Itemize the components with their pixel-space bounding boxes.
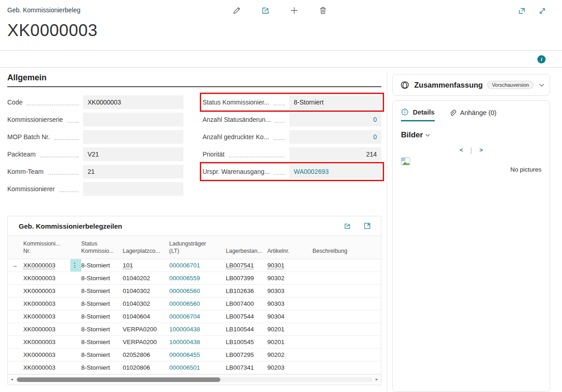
cell-lagerplatzcode[interactable]: 01040302	[123, 285, 169, 297]
cell-ladungstraeger-link[interactable]: 000006560	[169, 298, 226, 310]
cell-artikelnr[interactable]: 90303	[267, 285, 312, 297]
summary-card[interactable]: Zusammenfassung Vorschauversion	[392, 74, 550, 96]
table-row[interactable]: XK00000038-StorniertVERPA0200100000438LB…	[8, 323, 381, 336]
header-beschreibung[interactable]: Beschreibung	[312, 236, 381, 259]
cell-kommissionier-nr[interactable]: XK0000003	[23, 259, 70, 272]
scrollbar-track[interactable]	[16, 377, 373, 382]
lines-share-icon[interactable]	[343, 222, 351, 230]
horizontal-scrollbar[interactable]: ◄ ►	[8, 374, 381, 385]
cell-beschreibung[interactable]	[312, 361, 381, 374]
cell-status[interactable]: 8-Storniert	[81, 349, 123, 361]
lines-focus-mode-icon[interactable]	[363, 222, 371, 230]
cell-lagerbestand[interactable]: LB007541	[226, 259, 267, 272]
cell-beschreibung[interactable]	[312, 349, 381, 361]
cell-beschreibung[interactable]	[312, 272, 381, 284]
table-row[interactable]: XK00000038-StorniertVERPA0200100000438LB…	[8, 336, 381, 349]
anzahl-statusaenderungen-field[interactable]: 0	[289, 113, 381, 126]
cell-status[interactable]: 8-Storniert	[81, 336, 123, 348]
cell-kommissionier-nr[interactable]: XK0000003	[23, 361, 70, 374]
cell-artikelnr[interactable]: 90203	[267, 361, 312, 374]
expand-diagonal-icon[interactable]	[537, 6, 547, 16]
cell-beschreibung[interactable]	[312, 298, 381, 310]
cell-ladungstraeger-link[interactable]: 000006560	[169, 285, 226, 297]
cell-artikelnr[interactable]: 90302	[267, 272, 312, 284]
header-lagerplatzcode[interactable]: Lagerplatzco...	[123, 236, 169, 259]
chevron-down-icon[interactable]	[538, 82, 545, 89]
mop-batch-nr-field[interactable]	[83, 130, 183, 144]
cell-lagerbestand[interactable]: LB102636	[226, 285, 267, 297]
table-row[interactable]: XK00000038-Storniert02052806000006455LB0…	[8, 349, 381, 361]
cell-artikelnr[interactable]: 90301	[267, 259, 312, 272]
cell-lagerplatzcode[interactable]: 101	[123, 259, 169, 272]
table-row[interactable]: →XK0000003⋮8-Storniert101000006701LB0075…	[8, 259, 381, 272]
cell-beschreibung[interactable]	[312, 259, 381, 272]
kommissionierserie-field[interactable]	[83, 113, 183, 126]
cell-lagerbestand[interactable]: LB100544	[226, 323, 267, 335]
cell-status[interactable]: 8-Storniert	[81, 323, 123, 335]
tab-anhaenge[interactable]: Anhänge (0)	[448, 108, 497, 121]
cell-kommissionier-nr[interactable]: XK0000003	[23, 272, 70, 284]
header-artikelnr[interactable]: Artikelnr.	[267, 236, 312, 259]
cell-lagerplatzcode[interactable]: 01040202	[123, 272, 169, 284]
add-plus-icon[interactable]	[289, 5, 299, 15]
code-field[interactable]: XK0000003	[83, 95, 183, 109]
breadcrumb[interactable]: Geb. Kommissionierbeleg	[7, 6, 80, 14]
header-lagerbestand[interactable]: Lagerbestan...	[226, 236, 267, 259]
cell-lagerplatzcode[interactable]: 01040604	[123, 310, 169, 323]
share-icon[interactable]	[260, 5, 270, 15]
cell-status[interactable]: 8-Storniert	[81, 310, 123, 323]
previous-picture-icon[interactable]: <	[459, 146, 463, 153]
header-status[interactable]: StatusKommissio...	[81, 236, 123, 259]
tab-details[interactable]: Details	[401, 108, 435, 121]
cell-ladungstraeger-link[interactable]: 000006455	[169, 349, 226, 361]
cell-ladungstraeger-link[interactable]: 000006704	[169, 310, 226, 323]
delete-trash-icon[interactable]	[318, 5, 328, 15]
scroll-left-icon[interactable]: ◄	[10, 378, 14, 382]
header-kommissionier-nr[interactable]: Kommissioni...Nr.	[23, 236, 70, 259]
info-icon[interactable]: i	[537, 55, 546, 63]
table-row[interactable]: XK00000038-Storniert01040202000006559LB0…	[8, 272, 381, 285]
row-menu-icon[interactable]: ⋮	[70, 259, 81, 272]
cell-kommissionier-nr[interactable]: XK0000003	[23, 323, 70, 335]
urspr-warenausgang-field[interactable]: WA0002693	[289, 165, 381, 178]
cell-lagerplatzcode[interactable]: 01020806	[123, 361, 169, 374]
header-ladungstraeger[interactable]: Ladungsträger(LT)	[169, 236, 226, 259]
cell-artikelnr[interactable]: 90202	[267, 349, 312, 361]
scroll-right-icon[interactable]: ►	[375, 378, 379, 382]
cell-lagerbestand[interactable]: LB007400	[226, 298, 267, 310]
cell-artikelnr[interactable]: 90303	[267, 298, 312, 310]
cell-beschreibung[interactable]	[312, 336, 381, 348]
cell-beschreibung[interactable]	[312, 310, 381, 323]
table-row[interactable]: XK00000038-Storniert01040604000006704LB0…	[8, 310, 381, 323]
cell-status[interactable]: 8-Storniert	[81, 259, 123, 272]
cell-status[interactable]: 8-Storniert	[81, 285, 123, 297]
cell-lagerbestand[interactable]: LB007295	[226, 349, 267, 361]
edit-pencil-icon[interactable]	[232, 5, 241, 15]
table-row[interactable]: XK00000038-Storniert01020806000006501LB0…	[8, 361, 381, 374]
cell-ladungstraeger-link[interactable]: 000006701	[169, 259, 226, 272]
cell-artikelnr[interactable]: 90201	[267, 323, 312, 335]
table-row[interactable]: XK00000038-Storniert01040302000006560LB1…	[8, 285, 381, 298]
scrollbar-thumb[interactable]	[17, 377, 220, 382]
packteam-field[interactable]: V21	[83, 147, 183, 161]
cell-ladungstraeger-link[interactable]: 100000438	[169, 323, 226, 335]
anzahl-gedruckter-kopien-field[interactable]: 0	[289, 130, 381, 144]
cell-lagerplatzcode[interactable]: 01040302	[123, 298, 169, 310]
cell-kommissionier-nr[interactable]: XK0000003	[23, 310, 70, 323]
table-row[interactable]: XK00000038-Storniert01040302000006560LB0…	[8, 298, 381, 310]
cell-artikelnr[interactable]: 90304	[267, 310, 312, 323]
cell-artikelnr[interactable]: 90201	[267, 336, 312, 348]
prioritaet-field[interactable]: 214	[289, 147, 381, 161]
open-in-new-window-icon[interactable]	[517, 6, 526, 16]
bilder-header[interactable]: Bilder	[401, 131, 541, 140]
cell-beschreibung[interactable]	[312, 285, 381, 297]
cell-status[interactable]: 8-Storniert	[81, 298, 123, 310]
cell-lagerplatzcode[interactable]: VERPA0200	[123, 323, 169, 335]
cell-ladungstraeger-link[interactable]: 000006501	[169, 361, 226, 374]
cell-lagerplatzcode[interactable]: 02052806	[123, 349, 169, 361]
kommissionierer-field[interactable]	[83, 182, 183, 196]
cell-beschreibung[interactable]	[312, 323, 381, 335]
next-picture-icon[interactable]: >	[479, 146, 483, 153]
cell-kommissionier-nr[interactable]: XK0000003	[23, 285, 70, 297]
cell-kommissionier-nr[interactable]: XK0000003	[23, 298, 70, 310]
